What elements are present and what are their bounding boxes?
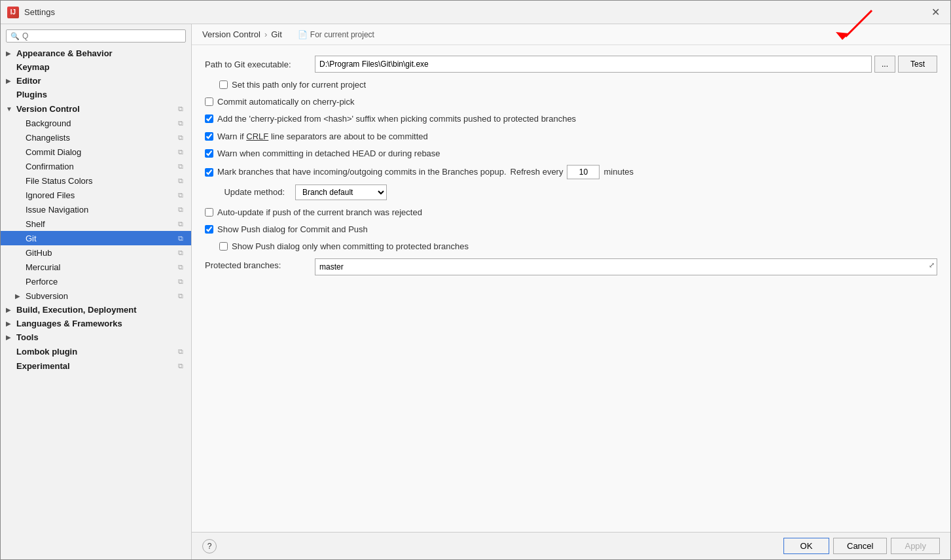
sidebar-item-tools[interactable]: ▶ Tools [1, 330, 191, 344]
sidebar-item-label: Changelists [24, 133, 175, 143]
show-push-protected-row: Show Push dialog only when committing to… [219, 241, 937, 253]
show-push-protected-label: Show Push dialog only when committing to… [232, 241, 469, 253]
project-icon: 📄 [298, 30, 308, 39]
expand-arrow-icon: ▶ [6, 50, 15, 57]
copy-icon: ⧉ [175, 204, 186, 215]
sidebar-item-label: Appearance & Behavior [15, 48, 186, 58]
show-push-dialog-checkbox[interactable] [205, 225, 213, 234]
sidebar-item-github[interactable]: GitHub ⧉ [1, 245, 191, 260]
browse-button[interactable]: ... [874, 56, 895, 73]
copy-icon: ⧉ [175, 190, 186, 200]
sidebar-item-perforce[interactable]: Perforce ⧉ [1, 274, 191, 289]
minutes-label: minutes [603, 166, 634, 178]
breadcrumb-current: Git [271, 29, 282, 39]
sidebar-item-commit-dialog[interactable]: Commit Dialog ⧉ [1, 145, 191, 159]
expand-arrow-icon: ▶ [15, 292, 24, 300]
sidebar-item-label: Lombok plugin [15, 347, 175, 357]
svg-line-0 [846, 24, 872, 37]
main-content: 🔍 ▶ Appearance & Behavior Keymap ▶ Edito… [1, 24, 950, 559]
protected-branches-wrapper: ⤢ [315, 258, 937, 275]
sidebar-item-label: Mercurial [24, 262, 175, 272]
sidebar-item-label: Shelf [24, 219, 175, 229]
copy-icon: ⧉ [175, 147, 186, 157]
sidebar-item-build-execution[interactable]: ▶ Build, Execution, Deployment [1, 303, 191, 317]
sidebar-item-label: Git [24, 234, 175, 243]
sidebar-item-issue-navigation[interactable]: Issue Navigation ⧉ [1, 202, 191, 217]
sidebar-item-label: Editor [15, 76, 186, 86]
set-path-only-checkbox[interactable] [219, 80, 228, 89]
sidebar-item-editor[interactable]: ▶ Editor [1, 74, 191, 88]
sidebar-item-label: Background [24, 118, 175, 128]
copy-icon: ⧉ [175, 132, 186, 143]
sidebar-item-label: Issue Navigation [24, 205, 175, 215]
sidebar-item-label: Confirmation [24, 162, 175, 171]
copy-icon: ⧉ [175, 276, 186, 287]
auto-update-checkbox[interactable] [205, 208, 213, 217]
sidebar-item-mercurial[interactable]: Mercurial ⧉ [1, 260, 191, 274]
sidebar-item-label: Subversion [24, 291, 175, 301]
help-button[interactable]: ? [202, 539, 217, 553]
protected-branches-expand-button[interactable]: ⤢ [927, 260, 936, 271]
search-input[interactable] [22, 31, 181, 41]
sidebar-item-version-control[interactable]: ▼ Version Control ⧉ [1, 101, 191, 116]
detached-head-label: Warn when committing in detached HEAD or… [217, 148, 440, 160]
show-push-protected-checkbox[interactable] [219, 242, 228, 251]
sidebar-item-shelf[interactable]: Shelf ⧉ [1, 217, 191, 231]
sidebar-item-git[interactable]: Git ⧉ [1, 231, 191, 245]
sidebar-item-label: Ignored Files [24, 190, 175, 200]
expand-arrow-icon: ▶ [6, 320, 15, 327]
sidebar-item-languages-frameworks[interactable]: ▶ Languages & Frameworks [1, 317, 191, 330]
update-method-row: Update method: Branch default Merge Reba… [205, 184, 937, 200]
cancel-button[interactable]: Cancel [833, 538, 887, 554]
sidebar-item-file-status-colors[interactable]: File Status Colors ⧉ [1, 173, 191, 188]
cherry-pick-suffix-checkbox[interactable] [205, 114, 213, 123]
settings-content: Path to Git executable: ... Test Set thi… [192, 45, 950, 532]
path-input[interactable] [315, 56, 872, 73]
sidebar-item-changelists[interactable]: Changelists ⧉ [1, 130, 191, 145]
detached-head-checkbox[interactable] [205, 149, 213, 158]
test-button[interactable]: Test [898, 56, 937, 73]
bottom-buttons: OK Cancel Apply [783, 538, 940, 554]
copy-icon: ⧉ [175, 118, 186, 128]
search-box[interactable]: 🔍 [6, 29, 186, 43]
set-path-only-row: Set this path only for current project [219, 79, 937, 91]
copy-icon: ⧉ [175, 103, 186, 114]
mark-branches-row: Mark branches that have incoming/outgoin… [205, 165, 937, 179]
sidebar-item-appearance[interactable]: ▶ Appearance & Behavior [1, 46, 191, 60]
mark-branches-checkbox[interactable] [205, 168, 213, 177]
sidebar-item-label: Languages & Frameworks [15, 319, 186, 328]
close-button[interactable]: ✕ [927, 6, 944, 19]
sidebar-item-ignored-files[interactable]: Ignored Files ⧉ [1, 188, 191, 202]
sidebar-item-background[interactable]: Background ⧉ [1, 116, 191, 130]
sidebar: 🔍 ▶ Appearance & Behavior Keymap ▶ Edito… [1, 24, 192, 559]
sidebar-item-experimental[interactable]: Experimental ⧉ [1, 359, 191, 373]
search-icon: 🔍 [10, 32, 20, 41]
sidebar-item-lombok-plugin[interactable]: Lombok plugin ⧉ [1, 344, 191, 359]
expand-arrow-icon: ▶ [6, 334, 15, 341]
update-method-select[interactable]: Branch default Merge Rebase [295, 184, 387, 200]
refresh-minutes-input[interactable] [567, 165, 600, 179]
crlf-warn-checkbox[interactable] [205, 132, 213, 141]
sidebar-item-label: Experimental [15, 361, 175, 371]
sidebar-item-label: Version Control [15, 104, 175, 114]
protected-branches-input[interactable] [315, 258, 937, 275]
copy-icon: ⧉ [175, 219, 186, 229]
apply-button[interactable]: Apply [891, 538, 940, 554]
sidebar-item-confirmation[interactable]: Confirmation ⧉ [1, 159, 191, 173]
mark-branches-text: Mark branches that have incoming/outgoin… [217, 166, 507, 178]
cherry-pick-checkbox[interactable] [205, 97, 213, 106]
titlebar-title: Settings [24, 7, 55, 17]
sidebar-item-label: Tools [15, 332, 186, 342]
expand-arrow-icon: ▶ [6, 77, 15, 84]
cherry-pick-row: Commit automatically on cherry-pick [205, 96, 937, 108]
sidebar-item-label: File Status Colors [24, 176, 175, 186]
copy-icon: ⧉ [175, 247, 186, 258]
sidebar-item-keymap[interactable]: Keymap [1, 60, 191, 74]
sidebar-item-subversion[interactable]: ▶ Subversion ⧉ [1, 289, 191, 303]
show-push-dialog-row: Show Push dialog for Commit and Push [205, 224, 937, 236]
copy-icon: ⧉ [175, 161, 186, 171]
auto-update-row: Auto-update if push of the current branc… [205, 207, 937, 219]
ok-button[interactable]: OK [783, 538, 829, 554]
sidebar-item-plugins[interactable]: Plugins [1, 88, 191, 101]
titlebar-left: IJ Settings [7, 7, 55, 18]
